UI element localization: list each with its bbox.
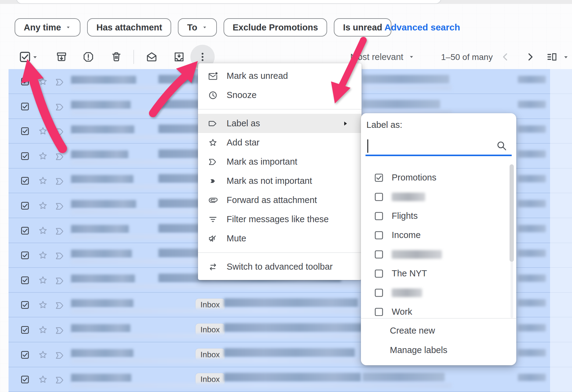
row-select-checkbox[interactable] bbox=[20, 350, 30, 359]
create-new-label-item[interactable]: Create new bbox=[361, 321, 516, 340]
row-select-checkbox[interactable] bbox=[20, 276, 30, 285]
filter-chip-exclude-promotions[interactable]: Exclude Promotions bbox=[224, 18, 327, 37]
split-view-caret-icon[interactable] bbox=[562, 54, 570, 61]
row-select-checkbox[interactable] bbox=[20, 226, 30, 235]
move-to-button[interactable] bbox=[173, 51, 185, 63]
delete-button[interactable] bbox=[110, 51, 122, 63]
checkbox-empty-icon[interactable] bbox=[374, 288, 384, 298]
menu-item-mark-as-important[interactable]: Mark as important bbox=[198, 152, 362, 171]
filter-chip-to[interactable]: To bbox=[178, 18, 217, 37]
label-name: The NYT bbox=[392, 268, 427, 278]
star-toggle-icon[interactable] bbox=[37, 175, 48, 186]
menu-item-mute[interactable]: Mute bbox=[198, 229, 362, 248]
menu-item-add-star[interactable]: Add star bbox=[198, 133, 362, 152]
importance-marker-icon[interactable] bbox=[55, 275, 65, 286]
archive-button[interactable] bbox=[55, 51, 68, 63]
row-select-checkbox[interactable] bbox=[20, 251, 30, 260]
importance-marker-icon[interactable] bbox=[55, 151, 65, 162]
checkbox-empty-icon[interactable] bbox=[374, 192, 384, 202]
menu-item-mark-as-unread[interactable]: Mark as unread bbox=[198, 66, 362, 86]
row-select-checkbox[interactable] bbox=[20, 375, 30, 384]
row-select-checkbox[interactable] bbox=[20, 176, 30, 185]
menu-divider bbox=[198, 109, 362, 110]
importance-marker-icon[interactable] bbox=[55, 325, 65, 336]
importance-marker-icon[interactable] bbox=[55, 102, 65, 113]
star-toggle-icon[interactable] bbox=[37, 250, 48, 261]
label-name: Flights bbox=[392, 211, 418, 221]
row-select-checkbox[interactable] bbox=[20, 152, 30, 161]
label-item-income[interactable]: Income bbox=[361, 226, 516, 245]
importance-marker-icon[interactable] bbox=[55, 300, 65, 311]
select-all-checkbox[interactable] bbox=[19, 51, 31, 63]
label-item-promotions[interactable]: Promotions bbox=[361, 168, 516, 187]
checkbox-checked-icon[interactable] bbox=[374, 173, 384, 183]
menu-item-switch-to-advanced-toolbar[interactable]: Switch to advanced toolbar bbox=[198, 257, 362, 276]
star-toggle-icon[interactable] bbox=[37, 151, 48, 162]
checkbox-empty-icon[interactable] bbox=[374, 269, 384, 278]
label-item-redacted[interactable] bbox=[361, 283, 516, 302]
star-toggle-icon[interactable] bbox=[37, 349, 48, 360]
report-spam-button[interactable] bbox=[82, 51, 94, 63]
star-toggle-icon[interactable] bbox=[37, 126, 48, 137]
redacted-email-text bbox=[224, 323, 362, 332]
filter-chip-has-attachment[interactable]: Has attachment bbox=[87, 18, 171, 37]
row-select-checkbox[interactable] bbox=[20, 127, 30, 136]
filter-chip-any-time[interactable]: Any time bbox=[15, 18, 80, 37]
filter-chip-label: Is unread bbox=[343, 23, 382, 33]
caret-down-icon bbox=[65, 24, 71, 30]
redacted-email-text bbox=[71, 175, 133, 183]
newer-page-button[interactable] bbox=[500, 51, 511, 63]
star-toggle-icon[interactable] bbox=[37, 76, 48, 87]
importance-marker-icon[interactable] bbox=[55, 226, 65, 237]
star-toggle-icon[interactable] bbox=[37, 101, 48, 112]
checkbox-empty-icon[interactable] bbox=[374, 307, 384, 316]
select-dropdown-caret-icon[interactable] bbox=[31, 54, 39, 61]
menu-item-snooze[interactable]: Snooze bbox=[198, 86, 362, 105]
star-toggle-icon[interactable] bbox=[37, 324, 48, 335]
mark-as-read-button[interactable] bbox=[146, 51, 158, 63]
importance-marker-icon[interactable] bbox=[55, 250, 65, 261]
redacted-email-text bbox=[71, 299, 133, 307]
row-select-checkbox[interactable] bbox=[20, 325, 30, 334]
redacted-email-text bbox=[224, 373, 361, 382]
split-view-button[interactable] bbox=[546, 51, 557, 63]
checkbox-empty-icon[interactable] bbox=[374, 250, 384, 259]
row-select-checkbox[interactable] bbox=[20, 300, 30, 310]
checkbox-empty-icon[interactable] bbox=[374, 211, 384, 221]
email-row[interactable]: Inbox bbox=[9, 367, 572, 392]
star-toggle-icon[interactable] bbox=[37, 225, 48, 236]
label-search-input[interactable] bbox=[365, 137, 512, 156]
sort-dropdown[interactable]: Most relevant bbox=[350, 51, 415, 63]
star-toggle-icon[interactable] bbox=[37, 374, 48, 385]
importance-marker-icon[interactable] bbox=[55, 375, 65, 386]
menu-item-forward-as-attachment[interactable]: Forward as attachment bbox=[198, 191, 362, 210]
older-page-button[interactable] bbox=[524, 51, 536, 63]
more-options-button[interactable] bbox=[196, 51, 209, 63]
filter-chip-is-unread[interactable]: Is unread bbox=[334, 18, 391, 37]
checkbox-empty-icon[interactable] bbox=[374, 230, 384, 240]
label-item-work[interactable]: Work bbox=[361, 302, 516, 316]
importance-marker-icon[interactable] bbox=[55, 350, 65, 361]
redacted-email-text bbox=[71, 101, 131, 109]
star-toggle-icon[interactable] bbox=[37, 200, 48, 211]
label-item-flights[interactable]: Flights bbox=[361, 206, 516, 226]
row-select-checkbox[interactable] bbox=[20, 102, 30, 111]
importance-marker-icon[interactable] bbox=[55, 77, 65, 88]
redacted-email-text bbox=[71, 76, 136, 84]
row-select-checkbox[interactable] bbox=[20, 77, 30, 86]
label-item-redacted[interactable] bbox=[361, 187, 516, 206]
importance-marker-icon[interactable] bbox=[55, 176, 65, 187]
importance-marker-icon[interactable] bbox=[55, 201, 65, 212]
label-item-the-nyt[interactable]: The NYT bbox=[361, 264, 516, 283]
menu-item-label-as[interactable]: Label as bbox=[198, 114, 362, 133]
row-select-checkbox[interactable] bbox=[20, 201, 30, 210]
star-toggle-icon[interactable] bbox=[37, 275, 48, 286]
menu-item-mark-as-not-important[interactable]: Mark as not important bbox=[198, 171, 362, 191]
manage-labels-item[interactable]: Manage labels bbox=[361, 341, 516, 359]
label-item-redacted[interactable] bbox=[361, 245, 516, 264]
advanced-search-link[interactable]: Advanced search bbox=[384, 18, 460, 37]
submenu-scrollbar-thumb[interactable] bbox=[510, 164, 514, 262]
importance-marker-icon[interactable] bbox=[55, 126, 65, 137]
star-toggle-icon[interactable] bbox=[37, 299, 48, 310]
menu-item-filter-messages-like-these[interactable]: Filter messages like these bbox=[198, 210, 362, 229]
